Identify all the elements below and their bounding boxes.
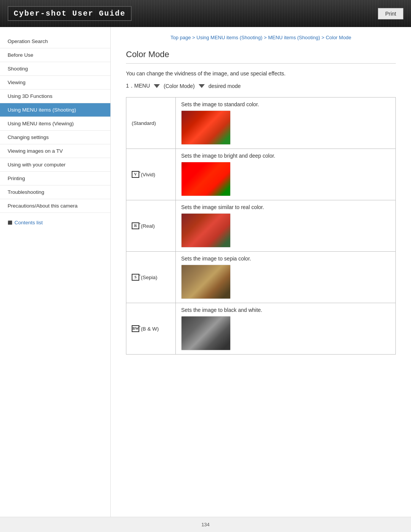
mode-desc-3: Sets the image to sepia color. bbox=[176, 252, 396, 303]
mode-image-1 bbox=[181, 162, 231, 196]
main-layout: Operation SearchBefore UseShootingViewin… bbox=[0, 27, 411, 517]
breadcrumb-sep1: > bbox=[192, 35, 196, 40]
table-row-1: V+ (Vivid)Sets the image to bright and d… bbox=[126, 149, 396, 200]
mode-desc-1: Sets the image to bright and deep color. bbox=[176, 149, 396, 200]
table-row-4: BW+ (B & W)Sets the image to black and w… bbox=[126, 303, 396, 355]
mode-desc-text-2: Sets the image similar to real color. bbox=[181, 204, 390, 210]
mode-icon-box-3: S+ bbox=[132, 274, 139, 281]
mode-desc-4: Sets the image to black and white. bbox=[176, 303, 396, 355]
sidebar: Operation SearchBefore UseShootingViewin… bbox=[0, 27, 110, 517]
footer: 134 bbox=[0, 517, 411, 532]
sidebar-item-1[interactable]: Before Use bbox=[0, 48, 110, 62]
contents-list-label: Contents list bbox=[14, 220, 43, 225]
breadcrumb-sep2: > bbox=[264, 35, 268, 40]
sidebar-item-2[interactable]: Shooting bbox=[0, 62, 110, 76]
mode-icon-1: V+ (Vivid) bbox=[132, 171, 155, 178]
mode-label-3: S+ (Sepia) bbox=[126, 252, 176, 303]
mode-icon-box-4: BW+ bbox=[132, 325, 139, 332]
sidebar-item-12[interactable]: Precautions/About this camera bbox=[0, 199, 110, 213]
page-title: Color Mode bbox=[126, 50, 396, 64]
breadcrumb-menu-items[interactable]: MENU items (Shooting) bbox=[268, 35, 320, 40]
sidebar-item-8[interactable]: Viewing images on a TV bbox=[0, 144, 110, 158]
sidebar-item-6[interactable]: Using MENU items (Viewing) bbox=[0, 117, 110, 131]
sidebar-item-4[interactable]: Using 3D Functions bbox=[0, 89, 110, 103]
mode-image-2 bbox=[181, 213, 231, 248]
sidebar-item-9[interactable]: Using with your computer bbox=[0, 158, 110, 172]
mode-icon-3: S+ (Sepia) bbox=[132, 274, 158, 281]
mode-image-0 bbox=[181, 110, 231, 145]
breadcrumb-shooting[interactable]: Using MENU items (Shooting) bbox=[196, 35, 262, 40]
sidebar-item-3[interactable]: Viewing bbox=[0, 76, 110, 89]
page-description: You can change the vividness of the imag… bbox=[126, 70, 396, 77]
step-color-mode: (Color Mode) bbox=[164, 83, 195, 89]
mode-desc-text-1: Sets the image to bright and deep color. bbox=[181, 153, 390, 159]
step-instruction: 1．MENU (Color Mode) desired mode bbox=[126, 83, 396, 89]
mode-label-4: BW+ (B & W) bbox=[126, 303, 176, 355]
mode-icon-4: BW+ (B & W) bbox=[132, 325, 159, 332]
mode-label-0: (Standard) bbox=[126, 97, 176, 149]
mode-image-3 bbox=[181, 265, 231, 299]
step-desired-mode: desired mode bbox=[209, 83, 241, 89]
mode-icon-box-2: R+ bbox=[132, 222, 139, 229]
mode-desc-text-3: Sets the image to sepia color. bbox=[181, 256, 390, 262]
mode-label-1: V+ (Vivid) bbox=[126, 149, 176, 200]
table-row-3: S+ (Sepia)Sets the image to sepia color. bbox=[126, 252, 396, 303]
sidebar-item-10[interactable]: Printing bbox=[0, 172, 110, 185]
mode-desc-text-4: Sets the image to black and white. bbox=[181, 307, 390, 313]
color-mode-table: (Standard)Sets the image to standard col… bbox=[126, 97, 396, 355]
menu-arrow-2 bbox=[199, 84, 205, 88]
mode-desc-0: Sets the image to standard color. bbox=[176, 97, 396, 149]
sidebar-item-11[interactable]: Troubleshooting bbox=[0, 185, 110, 199]
sidebar-item-0[interactable]: Operation Search bbox=[0, 35, 110, 48]
page-number: 134 bbox=[201, 522, 210, 527]
table-row-0: (Standard)Sets the image to standard col… bbox=[126, 97, 396, 149]
mode-desc-text-0: Sets the image to standard color. bbox=[181, 101, 390, 107]
mode-icon-box-1: V+ bbox=[132, 171, 139, 178]
breadcrumb-text: Top page > Using MENU items (Shooting) >… bbox=[170, 35, 351, 40]
menu-arrow-1 bbox=[154, 84, 160, 88]
content-area: Top page > Using MENU items (Shooting) >… bbox=[111, 27, 411, 517]
app-title: Cyber-shot User Guide bbox=[8, 6, 132, 21]
sidebar-item-5[interactable]: Using MENU items (Shooting) bbox=[0, 103, 110, 117]
mode-image-4 bbox=[181, 316, 231, 350]
step-number: 1．MENU bbox=[126, 83, 150, 89]
mode-label-2: R+ (Real) bbox=[126, 200, 176, 252]
header: Cyber-shot User Guide Print bbox=[0, 0, 411, 27]
mode-icon-2: R+ (Real) bbox=[132, 222, 155, 229]
contents-list-link[interactable]: Contents list bbox=[0, 215, 110, 230]
print-button[interactable]: Print bbox=[378, 8, 403, 19]
sidebar-item-7[interactable]: Changing settings bbox=[0, 131, 110, 144]
mode-desc-2: Sets the image similar to real color. bbox=[176, 200, 396, 252]
breadcrumb-sep3: > bbox=[322, 35, 326, 40]
breadcrumb-current: Color Mode bbox=[326, 35, 351, 40]
breadcrumb-top[interactable]: Top page bbox=[170, 35, 191, 40]
breadcrumb: Top page > Using MENU items (Shooting) >… bbox=[126, 35, 396, 40]
table-row-2: R+ (Real)Sets the image similar to real … bbox=[126, 200, 396, 252]
